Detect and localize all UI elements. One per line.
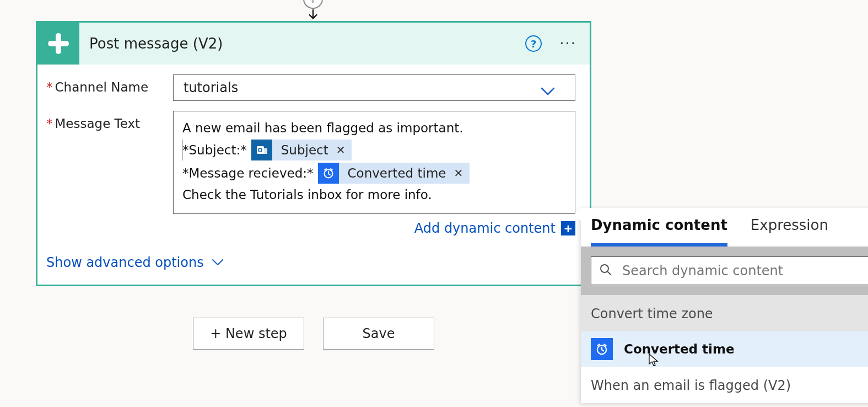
slack-icon [37, 23, 79, 65]
chevron-down-icon [541, 84, 555, 99]
tab-expression[interactable]: Expression [751, 210, 828, 247]
dc-item-converted-time[interactable]: Converted time [581, 331, 868, 367]
field-channel-name: *Channel Name tutorials [46, 74, 575, 101]
token-label: Converted time [339, 164, 452, 183]
panel-notch-icon [574, 208, 581, 221]
search-icon [599, 263, 612, 279]
card-header[interactable]: Post message (V2) ? ··· [37, 23, 590, 65]
action-card: Post message (V2) ? ··· *Channel Name tu… [36, 21, 591, 286]
flow-connector: + [301, 0, 325, 21]
search-input[interactable] [622, 263, 860, 279]
dc-search-bar [581, 247, 868, 295]
editor-line: *Message recieved:* Converted time ✕ [182, 163, 566, 184]
token-subject[interactable]: O Subject ✕ [251, 140, 352, 160]
channel-name-value: tutorials [184, 80, 238, 95]
svg-text:O: O [257, 147, 262, 153]
editor-line: *Subject:* O Subject ✕ [182, 140, 566, 160]
dc-tabs: Dynamic content Expression [581, 208, 868, 247]
message-text-editor[interactable]: A new email has been flagged as importan… [173, 111, 575, 214]
clock-icon [591, 338, 613, 360]
dc-search-box[interactable] [591, 256, 868, 285]
add-dynamic-content-row: Add dynamic content + [173, 221, 575, 236]
channel-name-select[interactable]: tutorials [173, 74, 575, 101]
tab-dynamic-content[interactable]: Dynamic content [591, 210, 727, 247]
dc-section-header: When an email is flagged (V2) [581, 367, 868, 403]
add-dynamic-content-link[interactable]: Add dynamic content [414, 221, 556, 236]
field-message-text: *Message Text A new email has been flagg… [46, 111, 575, 236]
token-remove-icon[interactable]: ✕ [334, 142, 352, 158]
svg-rect-1 [56, 33, 61, 54]
dc-item-label: Converted time [624, 342, 735, 356]
add-dynamic-content-plus-icon[interactable]: + [561, 221, 575, 235]
dynamic-content-panel: Dynamic content Expression Convert time … [581, 208, 868, 403]
svg-rect-3 [263, 148, 267, 154]
new-step-button[interactable]: + New step [193, 318, 304, 350]
card-body: *Channel Name tutorials *Message Text A … [37, 65, 590, 285]
outlook-icon: O [251, 140, 272, 160]
dc-section-header: Convert time zone [581, 295, 868, 331]
token-label: Subject [272, 141, 334, 159]
more-icon[interactable]: ··· [556, 33, 580, 54]
chevron-down-icon [212, 259, 224, 266]
message-text-label: *Message Text [46, 111, 173, 236]
clock-icon [318, 163, 339, 184]
show-advanced-options[interactable]: Show advanced options [46, 255, 224, 270]
add-node-circle-icon[interactable]: + [303, 0, 323, 9]
save-button[interactable]: Save [323, 318, 434, 350]
editor-line: A new email has been flagged as importan… [182, 119, 566, 137]
token-remove-icon[interactable]: ✕ [451, 165, 470, 181]
card-title: Post message (V2) [89, 35, 525, 52]
channel-name-label: *Channel Name [46, 74, 173, 101]
editor-line: Check the Tutorials inbox for more info. [182, 186, 566, 204]
help-icon[interactable]: ? [525, 35, 542, 52]
flow-buttons: + New step Save [193, 318, 434, 350]
token-converted-time[interactable]: Converted time ✕ [318, 163, 470, 184]
